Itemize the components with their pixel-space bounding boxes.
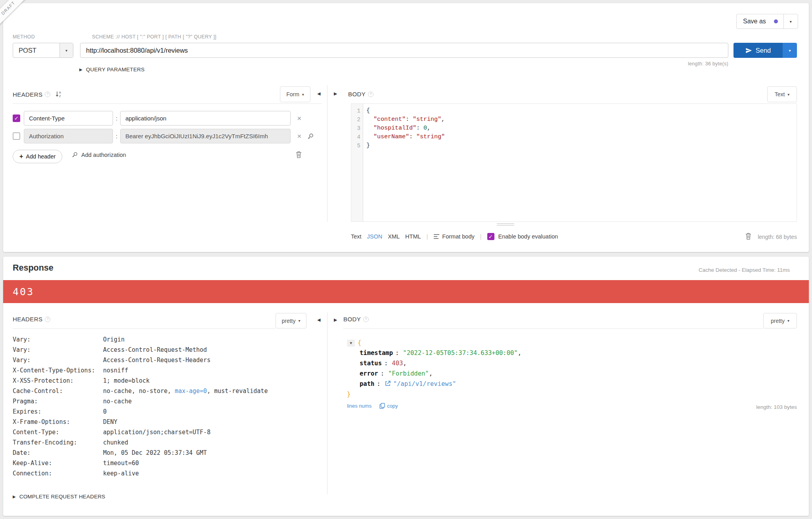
- response-body-viewer: ▼{ timestamp:"2022-12-05T05:37:34.633+00…: [347, 338, 521, 399]
- expand-right-panel-icon[interactable]: ▶: [334, 91, 337, 96]
- chevron-down-icon: ▾: [65, 48, 67, 53]
- unsaved-indicator-dot: [774, 19, 778, 23]
- expand-arrow-icon: ▶: [13, 494, 16, 499]
- key-icon: [71, 151, 78, 158]
- body-length: length: 68 bytes: [758, 234, 797, 240]
- status-banner: 403: [3, 280, 809, 303]
- response-body-divider: [343, 328, 763, 329]
- save-as-dropdown-toggle[interactable]: ▾: [783, 14, 798, 29]
- code-line: {: [366, 107, 445, 115]
- method-select[interactable]: POST ▾: [13, 43, 73, 58]
- panel-divider: [327, 85, 327, 222]
- response-header-row: Connection:keep-alive: [13, 468, 268, 479]
- response-header-row: Cache-Control:no-cache, no-store, max-ag…: [13, 386, 268, 396]
- copy-icon: [379, 403, 385, 409]
- collapse-left-panel-icon[interactable]: ◀: [317, 317, 320, 322]
- response-meta: Cache Detected - Elapsed Time: 11ms: [699, 267, 790, 273]
- enable-body-evaluation-checkbox[interactable]: ✓: [487, 233, 494, 240]
- send-dropdown-toggle[interactable]: ▾: [783, 43, 797, 58]
- complete-request-headers-expander[interactable]: ▶ COMPLETE REQUEST HEADERS: [13, 494, 105, 500]
- code-line: "userName": "string": [366, 133, 445, 141]
- delete-all-headers-icon[interactable]: [295, 151, 303, 158]
- sort-az-icon[interactable]: A Z: [55, 91, 62, 98]
- request-body-editor[interactable]: 1 2 3 4 5 { "content": "string", "hospit…: [351, 103, 797, 222]
- chevron-down-icon: ▾: [789, 48, 791, 53]
- response-header-row: Vary:Access-Control-Request-Headers: [13, 355, 268, 365]
- body-type-dropdown[interactable]: Text▾: [767, 86, 797, 102]
- help-icon[interactable]: ?: [368, 92, 373, 97]
- clear-body-icon[interactable]: [745, 232, 752, 240]
- format-body-icon: [433, 234, 440, 239]
- response-header-row: Pragma:no-cache: [13, 396, 268, 406]
- editor-resize-handle[interactable]: [497, 223, 514, 227]
- chevron-down-icon: ▾: [790, 19, 792, 24]
- code-line: "content": "string",: [366, 115, 445, 124]
- response-header-row: Vary:Access-Control-Request-Method: [13, 345, 268, 355]
- url-length: length: 36 byte(s): [688, 61, 728, 67]
- body-mode-html[interactable]: HTML: [405, 233, 421, 240]
- send-label: Send: [756, 47, 771, 54]
- header-name-input[interactable]: [24, 111, 113, 126]
- body-mode-text[interactable]: Text: [351, 233, 362, 240]
- json-row: timestamp:"2022-12-05T05:37:34.633+00:00…: [347, 348, 521, 358]
- header-value-input[interactable]: [120, 111, 291, 126]
- response-headers-view-dropdown[interactable]: pretty▾: [276, 313, 306, 328]
- response-body-view-dropdown[interactable]: pretty▾: [763, 313, 797, 328]
- header-name-input[interactable]: [24, 129, 113, 143]
- collapse-left-panel-icon[interactable]: ◀: [317, 91, 320, 96]
- header-row: ✓ : ×: [13, 111, 301, 126]
- path-link[interactable]: "/api/v1/reviews": [393, 380, 456, 387]
- method-dropdown-toggle[interactable]: ▾: [59, 43, 73, 57]
- headers-section-title: HEADERS: [13, 91, 42, 98]
- help-icon[interactable]: ?: [45, 92, 50, 97]
- url-input[interactable]: [80, 43, 728, 58]
- save-as-button[interactable]: Save as ▾: [736, 14, 798, 29]
- check-icon: ✓: [14, 115, 19, 121]
- enable-body-evaluation-label: Enable body evaluation: [498, 233, 558, 240]
- max-age-link[interactable]: max-age=0: [175, 387, 207, 395]
- header-value-input[interactable]: [120, 129, 291, 143]
- editor-gutter: 1 2 3 4 5: [351, 104, 363, 221]
- chevron-down-icon: ▾: [787, 92, 789, 97]
- headers-view-dropdown[interactable]: Form▾: [280, 86, 310, 102]
- copy-link[interactable]: copy: [379, 403, 398, 409]
- key-icon[interactable]: [307, 133, 314, 140]
- remove-header-icon[interactable]: ×: [297, 132, 301, 141]
- chevron-down-icon: ▾: [298, 319, 300, 323]
- expand-right-panel-icon[interactable]: ▶: [334, 317, 337, 322]
- response-body-title: BODY: [343, 316, 361, 322]
- check-icon: ✓: [488, 234, 493, 240]
- body-mode-xml[interactable]: XML: [388, 233, 400, 240]
- header-enabled-checkbox[interactable]: ✓: [13, 114, 20, 122]
- send-button[interactable]: Send ▾: [733, 43, 797, 58]
- body-section-title: BODY: [348, 91, 366, 97]
- response-header-row: Keep-Alive:timeout=60: [13, 458, 268, 468]
- svg-text:Z: Z: [59, 95, 61, 97]
- external-link-icon[interactable]: [385, 380, 391, 387]
- help-icon[interactable]: ?: [363, 317, 369, 322]
- add-authorization-button[interactable]: Add authorization: [71, 151, 126, 158]
- format-body-button[interactable]: Format body: [442, 233, 474, 240]
- response-card: Response Cache Detected - Elapsed Time: …: [3, 257, 809, 516]
- response-header-row: Date:Mon, 05 Dec 2022 05:37:34 GMT: [13, 448, 268, 458]
- editor-code[interactable]: { "content": "string", "hospitalId": 0, …: [363, 104, 445, 221]
- add-header-button[interactable]: + Add header: [13, 150, 62, 163]
- chevron-down-icon: ▾: [302, 92, 304, 97]
- status-code: 403: [13, 286, 34, 298]
- lines-nums-link[interactable]: lines nums: [347, 403, 372, 409]
- response-headers-title: HEADERS: [13, 316, 42, 322]
- remove-header-icon[interactable]: ×: [297, 114, 301, 123]
- headers-divider: [13, 103, 322, 104]
- collapse-node-icon[interactable]: ▼: [347, 340, 355, 347]
- response-header-row: Vary:Origin: [13, 334, 268, 345]
- body-mode-json[interactable]: JSON: [367, 233, 383, 240]
- query-parameters-expander[interactable]: ▶ QUERY PARAMETERS: [79, 67, 145, 73]
- response-headers-list: Vary:Origin Vary:Access-Control-Request-…: [13, 334, 268, 479]
- header-row: : ×: [13, 129, 314, 143]
- svg-text:A: A: [59, 91, 61, 94]
- header-enabled-checkbox[interactable]: [13, 132, 20, 140]
- help-icon[interactable]: ?: [45, 317, 50, 322]
- expand-arrow-icon: ▶: [79, 67, 82, 72]
- response-header-row: Transfer-Encoding:chunked: [13, 437, 268, 448]
- send-icon: [745, 47, 752, 54]
